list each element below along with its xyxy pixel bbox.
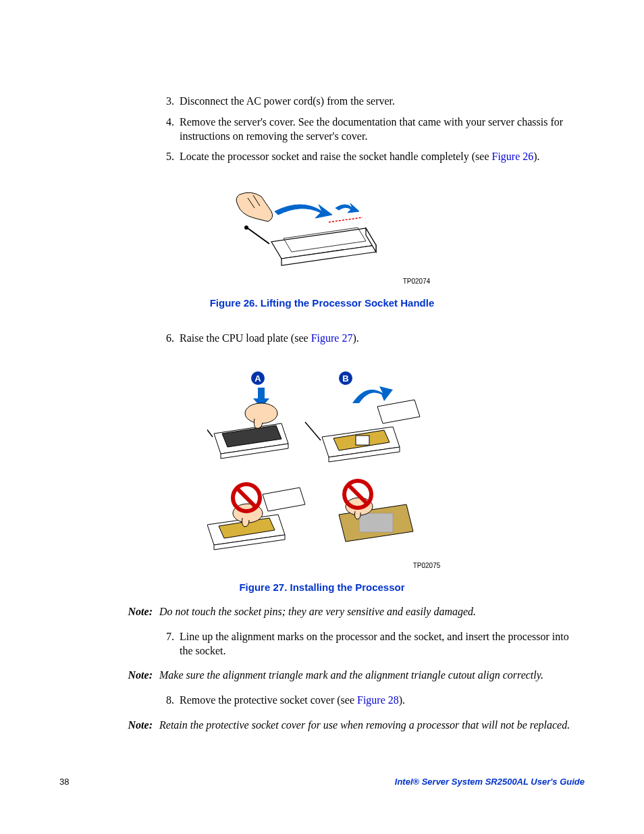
note-label: Note: bbox=[59, 605, 159, 619]
figure-26-link[interactable]: Figure 26 bbox=[491, 151, 533, 162]
note-label: Note: bbox=[59, 669, 159, 683]
note-text: Do not touch the socket pins; they are v… bbox=[159, 605, 585, 619]
step-7: 7. Line up the alignment marks on the pr… bbox=[154, 630, 585, 658]
step-4: 4. Remove the server's cover. See the do… bbox=[154, 115, 585, 144]
note-3: Note: Retain the protective socket cover… bbox=[59, 719, 585, 733]
step-text: Raise the CPU load plate (see Figure 27)… bbox=[180, 332, 585, 346]
svg-line-21 bbox=[305, 422, 321, 440]
svg-line-4 bbox=[329, 217, 363, 222]
note-text: Make sure the alignment triangle mark an… bbox=[159, 669, 585, 683]
figure-tp-number: TP02075 bbox=[269, 562, 585, 569]
step-pre: Raise the CPU load plate (see bbox=[180, 332, 311, 344]
step-text: Remove the server's cover. See the docum… bbox=[180, 115, 585, 144]
step-3: 3. Disconnect the AC power cord(s) from … bbox=[154, 95, 585, 109]
page-content: 3. Disconnect the AC power cord(s) from … bbox=[59, 95, 585, 793]
install-processor-illustration: A B bbox=[207, 366, 437, 569]
step-post: ). bbox=[533, 151, 539, 162]
figure-tp-number: TP02074 bbox=[248, 278, 585, 285]
step-number: 8. bbox=[154, 694, 180, 708]
step-text: Line up the alignment marks on the proce… bbox=[180, 630, 585, 658]
note-1: Note: Do not touch the socket pins; they… bbox=[59, 605, 585, 619]
svg-point-6 bbox=[244, 226, 248, 230]
step-6: 6. Raise the CPU load plate (see Figure … bbox=[154, 332, 585, 346]
step-pre: Remove the protective socket cover (see bbox=[180, 694, 357, 706]
step-text: Remove the protective socket cover (see … bbox=[180, 694, 585, 708]
svg-rect-19 bbox=[356, 436, 369, 445]
label-b: B bbox=[342, 373, 348, 384]
note-text: Retain the protective socket cover for u… bbox=[159, 719, 585, 733]
socket-handle-illustration bbox=[234, 184, 410, 286]
step-number: 4. bbox=[154, 115, 180, 144]
label-a: A bbox=[254, 373, 261, 384]
page-footer: 38 Intel® Server System SR2500AL User's … bbox=[59, 777, 585, 787]
step-post: ). bbox=[352, 332, 358, 344]
note-label: Note: bbox=[59, 719, 159, 733]
figure-26-caption: Figure 26. Lifting the Processor Socket … bbox=[59, 297, 585, 309]
ordered-list: 3. Disconnect the AC power cord(s) from … bbox=[154, 95, 585, 164]
svg-rect-31 bbox=[359, 513, 393, 532]
step-number: 6. bbox=[154, 332, 180, 346]
figure-27-link[interactable]: Figure 27 bbox=[311, 332, 353, 344]
figure-28-link[interactable]: Figure 28 bbox=[357, 694, 399, 706]
footer-title: Intel® Server System SR2500AL User's Gui… bbox=[395, 777, 585, 787]
step-8: 8. Remove the protective socket cover (s… bbox=[154, 694, 585, 708]
step-text: Disconnect the AC power cord(s) from the… bbox=[180, 95, 585, 109]
step-number: 7. bbox=[154, 630, 180, 658]
svg-line-14 bbox=[207, 417, 213, 437]
step-number: 3. bbox=[154, 95, 180, 109]
svg-line-5 bbox=[248, 228, 269, 244]
step-text: Locate the processor socket and raise th… bbox=[180, 150, 585, 164]
svg-point-15 bbox=[245, 403, 277, 423]
page-number: 38 bbox=[59, 777, 69, 787]
svg-marker-20 bbox=[377, 400, 420, 423]
ordered-list-cont: 6. Raise the CPU load plate (see Figure … bbox=[154, 332, 585, 346]
ordered-list-cont: 7. Line up the alignment marks on the pr… bbox=[154, 630, 585, 658]
step-pre: Locate the processor socket and raise th… bbox=[180, 151, 491, 162]
svg-marker-25 bbox=[263, 488, 305, 511]
step-5: 5. Locate the processor socket and raise… bbox=[154, 150, 585, 164]
note-2: Note: Make sure the alignment triangle m… bbox=[59, 669, 585, 683]
figure-26: TP02074 bbox=[59, 184, 585, 285]
figure-27-caption: Figure 27. Installing the Processor bbox=[59, 581, 585, 593]
step-number: 5. bbox=[154, 150, 180, 164]
figure-27: A B bbox=[59, 366, 585, 569]
ordered-list-cont: 8. Remove the protective socket cover (s… bbox=[154, 694, 585, 708]
step-post: ). bbox=[399, 694, 405, 706]
